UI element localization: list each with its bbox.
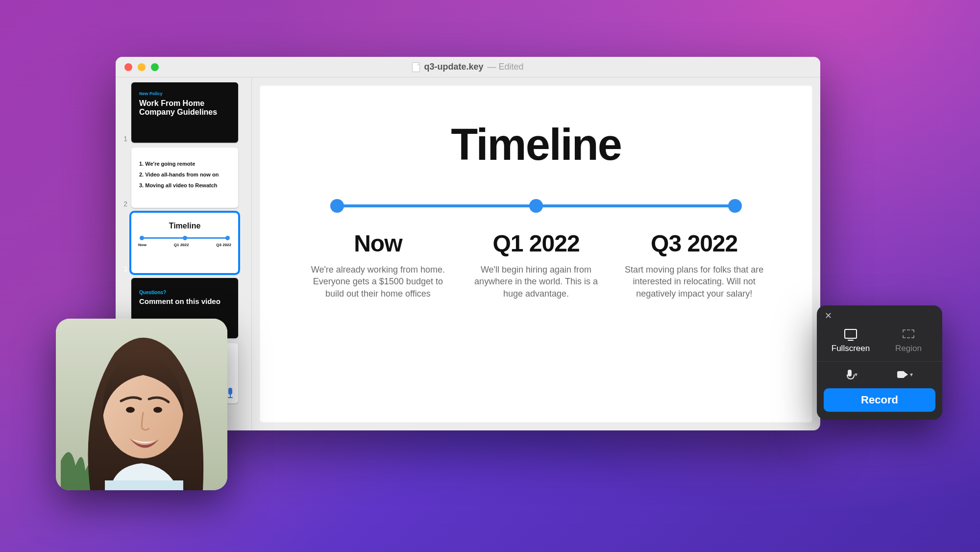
camera-icon — [897, 371, 908, 378]
document-status: — Edited — [487, 62, 523, 72]
timeline-columns: Now We're already working from home. Eve… — [299, 230, 773, 300]
thumb-heading: Work From HomeCompany Guidelines — [139, 99, 230, 117]
thumb-line: 2. Video all-hands from now on — [139, 169, 230, 180]
capture-mode-row: Fullscreen Region — [824, 324, 935, 354]
timeline-heading: Q1 2022 — [465, 230, 608, 257]
timeline-col-q3[interactable]: Q3 2022 Start moving plans for folks tha… — [615, 230, 773, 300]
region-mode-button[interactable]: Region — [882, 324, 935, 354]
timeline-line — [333, 204, 739, 207]
thumbnail: Timeline Now Q1 2022 Q3 2022 — [131, 213, 238, 273]
chevron-down-icon: ▾ — [855, 371, 858, 378]
timeline-node — [529, 199, 543, 213]
thumb-heading: Comment on this video — [131, 297, 238, 305]
timeline-heading: Q3 2022 — [623, 230, 765, 257]
titlebar: q3-update.key — Edited — [116, 57, 820, 77]
divider — [817, 361, 942, 362]
timeline-col-now[interactable]: Now We're already working from home. Eve… — [299, 230, 457, 300]
timeline-body: We're already working from home. Everyon… — [307, 264, 449, 300]
thumb-eyebrow: Questions? — [131, 278, 238, 297]
document-icon — [412, 62, 420, 72]
thumbnail: 1. We're going remote 2. Video all-hands… — [131, 148, 238, 208]
microphone-icon — [227, 388, 233, 399]
thumb-line: 1. We're going remote — [139, 158, 230, 169]
chevron-down-icon: ▾ — [910, 371, 913, 378]
slide-title[interactable]: Timeline — [299, 120, 773, 170]
region-icon — [903, 329, 914, 338]
svg-point-4 — [153, 407, 162, 413]
slide-thumb-2[interactable]: 2 1. We're going remote 2. Video all-han… — [116, 148, 247, 208]
mode-label: Region — [882, 344, 935, 353]
thumb-line: 3. Moving all video to Rewatch — [139, 180, 230, 191]
slide-canvas[interactable]: Timeline Now We're already working from … — [260, 85, 812, 423]
camera-select[interactable]: ▾ — [897, 370, 913, 379]
slide-thumb-3[interactable]: 3 Timeline Now Q1 2022 Q3 2022 — [116, 213, 247, 273]
window-title: q3-update.key — Edited — [116, 62, 820, 72]
thumb-tl-label: Now — [138, 243, 147, 247]
timeline-node — [330, 199, 344, 213]
thumb-eyebrow: New Policy — [139, 91, 230, 96]
slide-thumb-1[interactable]: 1 New Policy Work From HomeCompany Guide… — [116, 82, 247, 143]
svg-point-3 — [126, 407, 135, 413]
slide-number: 3 — [116, 265, 131, 273]
fullscreen-mode-button[interactable]: Fullscreen — [824, 324, 878, 354]
webcam-preview[interactable] — [56, 319, 227, 490]
document-filename: q3-update.key — [424, 62, 483, 72]
thumb-tl-label: Q3 2022 — [216, 243, 231, 247]
microphone-select[interactable]: ▾ — [847, 370, 858, 379]
screen-icon — [844, 329, 857, 339]
timeline-body: Start moving plans for folks that are in… — [623, 264, 765, 300]
slide-number: 1 — [116, 135, 131, 143]
screen-recorder-panel[interactable]: ✕ Fullscreen Region ▾ ▾ Record — [817, 305, 942, 420]
close-icon[interactable]: ✕ — [823, 310, 833, 321]
timeline-node — [728, 199, 742, 213]
thumb-title: Timeline — [131, 213, 238, 230]
microphone-icon — [847, 370, 853, 379]
timeline-body: We'll begin hiring again from anywhere i… — [465, 264, 608, 300]
person-avatar-icon — [56, 319, 227, 490]
timeline-col-q1[interactable]: Q1 2022 We'll begin hiring again from an… — [457, 230, 615, 300]
thumbnail: New Policy Work From HomeCompany Guideli… — [131, 82, 238, 143]
mode-label: Fullscreen — [824, 344, 878, 353]
thumb-tl-label: Q1 2022 — [174, 243, 189, 247]
canvas-area[interactable]: Timeline Now We're already working from … — [252, 77, 820, 430]
device-row: ▾ ▾ — [824, 369, 935, 381]
timeline-heading: Now — [307, 230, 449, 257]
record-button[interactable]: Record — [824, 388, 935, 412]
slide-number: 2 — [116, 200, 131, 208]
svg-rect-1 — [105, 480, 183, 490]
